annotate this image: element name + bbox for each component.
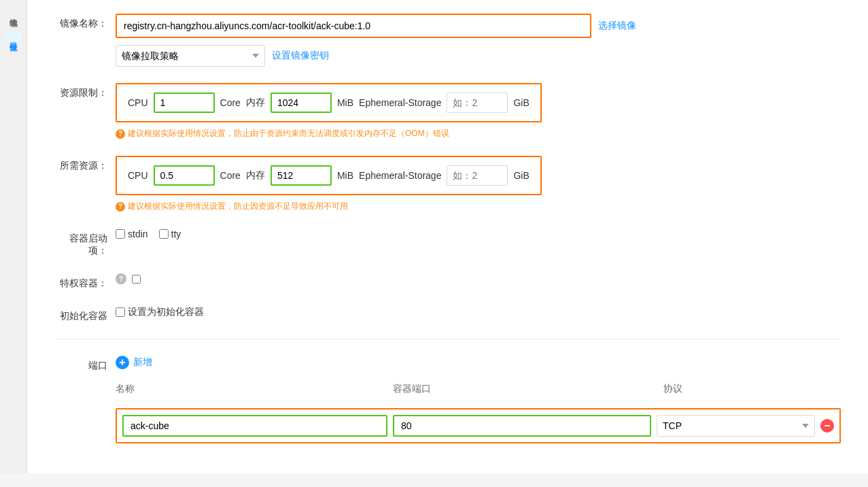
port-section-content: + 新增 名称 容器端口 协议 TCP UDP − (116, 356, 841, 443)
privileged-content: ? (116, 273, 841, 284)
memory-limit-unit: MiB (337, 97, 353, 108)
add-port-icon: + (116, 356, 129, 369)
delete-port-button[interactable]: − (820, 419, 834, 433)
resource-limit-row: 资源限制： CPU Core 内存 MiB Ephemeral-Storage … (54, 83, 841, 139)
warning-request-icon: ? (116, 202, 125, 212)
image-name-row: 镜像名称： 选择镜像 镜像拉取策略 设置镜像密钥 (54, 14, 841, 67)
cpu-limit-label: CPU (128, 97, 148, 108)
port-table-row: TCP UDP − (116, 408, 841, 443)
sidebar-item-mirror-port[interactable]: 镜像分口量 (5, 31, 22, 42)
port-header-container-port: 容器端口 (393, 383, 658, 395)
main-content: 镜像名称： 选择镜像 镜像拉取策略 设置镜像密钥 资源限制： CPU Core … (27, 0, 868, 473)
image-name-label: 镜像名称： (54, 14, 116, 30)
init-container-label: 初始化容器 (54, 306, 116, 322)
memory-request-input[interactable] (271, 165, 332, 186)
init-container-row: 初始化容器 设置为初始化容器 (54, 306, 841, 322)
port-header-protocol: 协议 (663, 383, 841, 395)
privileged-help-icon[interactable]: ? (116, 273, 126, 284)
init-container-content: 设置为初始化容器 (116, 306, 841, 318)
ephemeral-limit-unit: GiB (513, 97, 529, 108)
memory-request-unit: MiB (337, 170, 353, 181)
ephemeral-request-label: Ephemeral-Storage (359, 170, 441, 181)
image-name-input[interactable] (116, 14, 591, 38)
memory-request-label: 内存 (246, 169, 265, 182)
ephemeral-limit-input[interactable] (447, 93, 508, 113)
cpu-request-unit: Core (220, 170, 241, 181)
memory-limit-input[interactable] (271, 93, 332, 113)
add-port-button[interactable]: + 新增 (116, 356, 152, 369)
resource-request-box: CPU Core 内存 MiB Ephemeral-Storage GiB (116, 156, 542, 195)
port-number-input[interactable] (393, 415, 651, 437)
stdin-checkbox[interactable] (116, 229, 125, 239)
privileged-label: 特权容器： (54, 273, 116, 290)
sidebar: 镜像本地 镜像分口量 (0, 0, 27, 473)
container-options-content: stdin tty (116, 229, 841, 239)
resource-request-content: CPU Core 内存 MiB Ephemeral-Storage GiB ? … (116, 156, 841, 212)
stdin-checkbox-item[interactable]: stdin (116, 229, 148, 239)
pull-policy-select[interactable]: 镜像拉取策略 (116, 45, 265, 67)
set-image-key-link[interactable]: 设置镜像密钥 (272, 50, 329, 62)
resource-request-warning: ? 建议根据实际使用情况设置，防止因资源不足导致应用不可用 (116, 201, 841, 212)
container-options-label: 容器启动项： (54, 229, 116, 257)
sidebar-item-mirror-local[interactable]: 镜像本地 (5, 7, 22, 18)
container-options-row: 容器启动项： stdin tty (54, 229, 841, 257)
resource-limit-content: CPU Core 内存 MiB Ephemeral-Storage GiB ? … (116, 83, 841, 139)
ephemeral-request-input[interactable] (447, 165, 508, 186)
resource-limit-box: CPU Core 内存 MiB Ephemeral-Storage GiB (116, 83, 542, 122)
cpu-request-label: CPU (128, 170, 148, 181)
resource-limit-warning: ? 建议根据实际使用情况设置，防止由于资源约束而无法调度或引发内存不足（OOM）… (116, 128, 841, 139)
privileged-checkbox[interactable] (132, 275, 141, 284)
port-section-divider (54, 339, 841, 339)
resource-request-label: 所需资源： (54, 156, 116, 172)
init-container-checkbox-item[interactable]: 设置为初始化容器 (116, 306, 841, 318)
tty-checkbox-item[interactable]: tty (159, 229, 181, 239)
ephemeral-request-unit: GiB (513, 170, 529, 181)
port-section-label: 端口 (54, 356, 116, 372)
port-protocol-select[interactable]: TCP UDP (657, 415, 815, 437)
select-image-link[interactable]: 选择镜像 (598, 20, 636, 32)
cpu-limit-unit: Core (220, 97, 241, 108)
tty-checkbox[interactable] (159, 229, 169, 239)
warning-icon: ? (116, 129, 125, 139)
port-table-header: 名称 容器端口 协议 (116, 377, 841, 401)
privileged-row: 特权容器： ? (54, 273, 841, 290)
init-container-checkbox[interactable] (116, 307, 125, 317)
memory-limit-label: 内存 (246, 97, 265, 109)
port-table: 名称 容器端口 协议 TCP UDP − (116, 377, 841, 443)
resource-request-row: 所需资源： CPU Core 内存 MiB Ephemeral-Storage … (54, 156, 841, 212)
port-section-row: 端口 + 新增 名称 容器端口 协议 TCP UDP (54, 356, 841, 443)
resource-limit-label: 资源限制： (54, 83, 116, 99)
port-name-input[interactable] (122, 415, 387, 437)
image-name-content: 选择镜像 镜像拉取策略 设置镜像密钥 (116, 14, 841, 67)
ephemeral-limit-label: Ephemeral-Storage (359, 97, 441, 108)
port-header-name: 名称 (116, 383, 387, 395)
cpu-request-input[interactable] (154, 165, 215, 186)
cpu-limit-input[interactable] (154, 93, 215, 113)
